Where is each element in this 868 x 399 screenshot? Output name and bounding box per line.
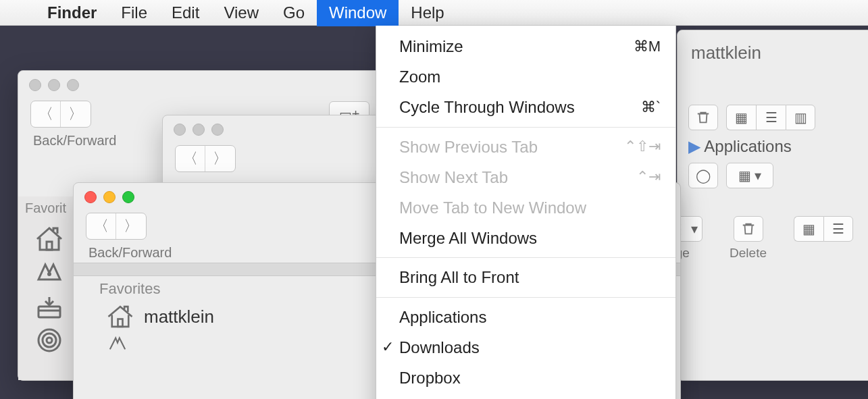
list-view-icon[interactable]: ☰ [823,216,853,242]
trash-icon[interactable] [688,105,718,130]
menu-window-applications[interactable]: Applications [376,302,675,332]
svg-point-4 [43,334,56,347]
forward-button[interactable]: 〉 [61,101,91,127]
zoom-button[interactable] [122,191,134,203]
traffic-lights [18,71,382,91]
list-view-icon[interactable]: ☰ [756,105,786,130]
view-mode-segmented[interactable]: ▦ ☰ ▥ [726,105,815,130]
menu-file[interactable]: File [109,0,159,26]
path-label: Applications [704,137,791,155]
sidebar-item-label: mattklein [144,307,214,327]
menu-window-mattklein[interactable]: mattklein [376,393,675,399]
airdrop-icon[interactable] [33,327,66,354]
forward-button[interactable]: 〉 [116,213,146,239]
delete-button[interactable] [734,216,763,242]
svg-rect-6 [118,319,123,327]
window-title: mattklein [691,43,761,63]
view-segmented-2[interactable]: ▦ ☰ [794,216,853,242]
menu-help[interactable]: Help [399,0,456,26]
menu-move-tab: Move Tab to New Window [376,192,675,223]
back-button[interactable]: 〈 [176,146,205,171]
home-icon[interactable] [33,225,66,252]
close-button[interactable] [84,191,97,203]
delete-label: Delete [730,246,767,261]
menu-zoom[interactable]: Zoom [376,61,675,92]
menu-window-dropbox[interactable]: Dropbox [376,363,675,393]
menu-show-next-tab: Show Next Tab⌃⇥ [376,162,675,192]
forward-button[interactable]: 〉 [205,146,235,171]
window-mattklein-bg: mattklein ▦ ☰ ▥ ▶ Applications ◯ ▦ ▾ [677,30,868,381]
menu-separator [376,297,675,298]
back-button[interactable]: 〈 [31,101,61,127]
menu-separator [376,127,675,128]
toolbar-right: ⋮⋮ ▾ nge Delete ▦ ☰ [655,216,853,261]
svg-point-1 [47,272,51,276]
column-view-icon[interactable]: ▥ [786,105,815,130]
menu-bring-all-front[interactable]: Bring All to Front [376,262,675,292]
menu-show-prev-tab: Show Previous Tab⌃⇧⇥ [376,132,675,162]
window-menu-dropdown: Minimize⌘M Zoom Cycle Through Windows⌘` … [376,26,676,399]
applications-icon[interactable] [33,259,66,286]
path-button[interactable]: ▶ Applications [688,137,792,156]
downloads-icon[interactable] [33,293,66,320]
home-icon [106,304,134,329]
menu-window[interactable]: Window [317,0,399,26]
nav-buttons[interactable]: 〈 〉 [30,101,91,128]
menu-go[interactable]: Go [271,0,317,26]
nav-buttons[interactable]: 〈 〉 [175,145,236,172]
menu-merge-windows[interactable]: Merge All Windows [376,223,675,253]
back-button[interactable]: 〈 [86,213,116,239]
menu-app[interactable]: Finder [35,0,109,26]
minimize-button[interactable] [103,191,116,203]
svg-rect-2 [39,307,60,317]
zoom-dot[interactable] [211,124,224,136]
menu-view[interactable]: View [211,0,271,26]
applications-icon [106,334,129,353]
icon-view-icon[interactable]: ▦ [726,105,756,130]
close-dot[interactable] [29,79,41,91]
close-dot[interactable] [174,124,186,136]
menu-window-downloads[interactable]: Downloads [376,332,675,363]
minimize-dot[interactable] [48,79,60,91]
menu-minimize[interactable]: Minimize⌘M [376,31,675,61]
nav-buttons[interactable]: 〈 〉 [86,213,147,240]
menu-edit[interactable]: Edit [159,0,211,26]
icon-view-icon[interactable]: ▦ [794,216,823,242]
group-dropdown[interactable]: ▦ ▾ [726,163,773,188]
zoom-dot[interactable] [67,79,79,91]
svg-rect-0 [47,242,52,250]
menu-separator [376,257,675,258]
minimize-dot[interactable] [193,124,205,136]
svg-point-3 [47,338,52,343]
menu-cycle-windows[interactable]: Cycle Through Windows⌘` [376,92,675,122]
menu-bar: Finder File Edit View Go Window Help [0,0,868,26]
tag-icon[interactable]: ◯ [688,163,718,188]
